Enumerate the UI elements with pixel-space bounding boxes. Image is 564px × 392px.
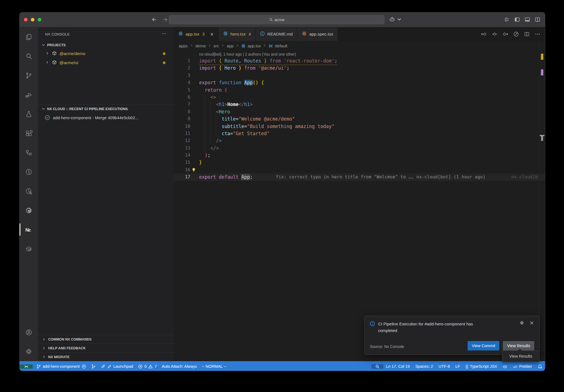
activity-nx-console-icon[interactable]: N≥ <box>20 220 38 239</box>
publish-changes-icon <box>82 364 86 369</box>
section-common-nx-commands[interactable]: COMMON NX COMMANDS <box>38 335 174 344</box>
command-center-search[interactable]: acme <box>169 15 384 24</box>
sidebar-more-actions-icon[interactable] <box>162 31 167 37</box>
code-line-5[interactable]: 5 return ( <box>174 86 545 94</box>
activity-container-tools-icon[interactable] <box>20 239 38 258</box>
code-editor[interactable]: nx-cloud[bot], 1 hour ago | 2 authors (Y… <box>174 51 545 181</box>
view-results-button[interactable]: View Results <box>503 341 534 350</box>
toggle-secondary-sidebar-icon[interactable] <box>535 17 541 23</box>
tab-problems-badge: 4 <box>249 32 251 36</box>
section-nx-cloud[interactable]: NX CLOUD :: RECENT CI PIPELINE EXECUTION… <box>38 105 174 113</box>
remote-indicator[interactable]: >< <box>20 364 33 369</box>
activity-run-and-debug-icon[interactable] <box>20 85 38 104</box>
line-number: 15 <box>174 159 190 166</box>
breadcrumb-segment[interactable]: default <box>275 43 287 48</box>
code-line-8[interactable]: 8 <Hero <box>174 108 545 115</box>
project-item-acme-demo[interactable]: @acme/demo <box>38 49 174 58</box>
next-change-icon[interactable] <box>502 31 508 37</box>
breadcrumb-segment[interactable]: src <box>213 43 219 48</box>
activity-testing-icon[interactable] <box>20 104 38 124</box>
toggle-primary-sidebar-icon[interactable] <box>514 17 520 23</box>
code-line-4[interactable]: 4export function App() { <box>174 79 545 86</box>
activity-accounts-icon[interactable] <box>20 323 38 342</box>
activity-gitlens-icon[interactable] <box>20 162 38 181</box>
indentation-status[interactable]: Spaces: 2 <box>413 364 436 369</box>
code-line-11[interactable]: 11 cta="Get Started" <box>174 130 545 137</box>
activity-search-icon[interactable] <box>20 47 38 66</box>
tab-hero-tsx[interactable]: hero.tsx 4 <box>219 27 256 41</box>
code-line-13[interactable]: 13 </> <box>174 145 545 152</box>
lightbulb-icon[interactable] <box>191 168 196 172</box>
chevron-right-icon[interactable] <box>45 60 49 65</box>
overview-ruler[interactable] <box>539 27 545 361</box>
view-commit-button[interactable]: View Commit <box>468 341 499 350</box>
tab-app-spec-tsx[interactable]: app.spec.tsx <box>297 27 338 41</box>
activity-settings-icon[interactable] <box>20 342 38 361</box>
vim-mode-status[interactable]: -- NORMAL -- <box>199 364 229 369</box>
code-line-2[interactable]: 2import { Hero } from '@acme/ui'; <box>174 64 545 72</box>
close-window-button[interactable] <box>24 18 28 21</box>
code-line-16[interactable]: 16 <box>174 166 545 173</box>
notification-settings-icon[interactable] <box>519 320 524 326</box>
activity-explorer-icon[interactable] <box>20 27 38 47</box>
code-line-9[interactable]: 9 title="Welcome @acme/demo" <box>174 115 545 122</box>
notification-close-icon[interactable] <box>529 320 534 326</box>
formatter-status[interactable]: Prettier <box>510 364 535 369</box>
code-line-6[interactable]: 6 <> <box>174 94 545 101</box>
pipeline-execution-item[interactable]: add-hero-component - Merge 409b44e5cb02.… <box>38 113 174 122</box>
line-number: 3 <box>174 72 190 79</box>
eol-status[interactable]: LF <box>453 364 463 369</box>
git-branch-status[interactable]: add-hero-component <box>34 364 89 369</box>
commit-graph-button[interactable] <box>89 364 98 369</box>
code-line-3[interactable]: 3 <box>174 72 545 79</box>
code-line-10[interactable]: 10 subtitle="Build something amazing tod… <box>174 123 545 130</box>
zoom-status[interactable] <box>372 364 383 369</box>
activity-edge-tools-icon[interactable] <box>20 201 38 220</box>
minimize-window-button[interactable] <box>31 18 34 21</box>
section-help-and-feedback[interactable]: HELP AND FEEDBACK <box>38 344 174 352</box>
run-target-icon[interactable] <box>513 31 519 37</box>
activity-extensions-icon[interactable] <box>20 124 38 143</box>
tab-app-tsx[interactable]: app.tsx 3 <box>174 27 219 41</box>
previous-change-icon[interactable] <box>481 31 487 37</box>
notifications-bell[interactable] <box>535 364 545 369</box>
code-line-15[interactable]: 15} <box>174 159 545 166</box>
notification-toast: CI Pipeline Execution for #add-hero-comp… <box>364 316 539 355</box>
customize-layout-icon[interactable] <box>504 17 510 23</box>
maximize-window-button[interactable] <box>38 18 41 21</box>
code-line-17[interactable]: 17export default App;fix: correct typo i… <box>174 173 545 181</box>
copilot-menu[interactable] <box>389 16 402 22</box>
code-line-1[interactable]: 1import { Route, Routes } from 'react-ro… <box>174 57 545 64</box>
encoding-status[interactable]: UTF-8 <box>436 364 452 369</box>
activity-gitlens-inspect-icon[interactable] <box>20 181 38 201</box>
navigate-forward-icon[interactable] <box>162 17 168 24</box>
launchpad-button[interactable]: Launchpad <box>98 364 136 369</box>
problems-status[interactable]: 0 7 <box>135 364 159 369</box>
navigate-back-icon[interactable] <box>151 17 157 24</box>
auto-attach-status[interactable]: Auto Attach: Always <box>159 364 199 369</box>
section-projects[interactable]: PROJECTS <box>38 41 174 49</box>
section-label: HELP AND FEEDBACK <box>48 346 86 350</box>
chevron-right-icon[interactable] <box>45 51 49 56</box>
split-editor-icon[interactable] <box>524 31 530 37</box>
section-nx-migrate[interactable]: NX MIGRATE <box>38 352 174 361</box>
breadcrumb-segment[interactable]: app <box>227 43 234 48</box>
current-position-icon[interactable] <box>492 31 498 37</box>
language-mode-status[interactable]: {} TypeScript JSX <box>463 364 500 369</box>
close-tab-icon[interactable] <box>210 32 214 36</box>
code-line-14[interactable]: 14 ); <box>174 152 545 159</box>
activity-project-structure-icon[interactable] <box>20 143 38 162</box>
cursor-position-status[interactable]: Ln 17, Col 19 <box>383 364 413 369</box>
activity-source-control-icon[interactable] <box>20 66 38 85</box>
formatter-label: Prettier <box>519 364 532 369</box>
breadcrumb-segment[interactable]: demo <box>196 43 206 48</box>
breadcrumb-segment[interactable]: apps <box>179 43 188 48</box>
code-line-12[interactable]: 12 /> <box>174 137 545 144</box>
project-item-acme-ui[interactable]: @acme/ui <box>38 58 174 67</box>
code-line-7[interactable]: 7 <h1>Home</h1> <box>174 101 545 108</box>
breadcrumb-segment[interactable]: app.tsx <box>248 43 261 48</box>
line-number: 13 <box>174 145 190 152</box>
copilot-status[interactable] <box>500 364 510 369</box>
tab-readme-md[interactable]: README.md <box>256 27 297 41</box>
toggle-panel-icon[interactable] <box>524 17 530 23</box>
